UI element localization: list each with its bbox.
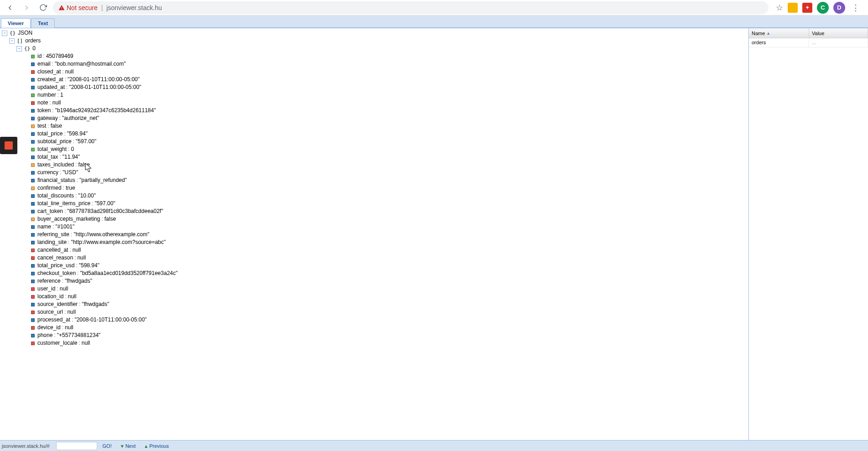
- property-row[interactable]: source_url:null: [0, 308, 748, 316]
- property-value: "2008-01-10T11:00:00-05:00": [68, 76, 140, 83]
- record-icon: [5, 141, 13, 150]
- property-row[interactable]: cancelled_at:null: [0, 246, 748, 254]
- type-bullet-icon: [31, 109, 35, 113]
- property-key: source_identifier: [37, 301, 78, 308]
- property-row[interactable]: confirmed:true: [0, 184, 748, 192]
- property-row[interactable]: cancel_reason:null: [0, 254, 748, 262]
- property-value: "http://www.example.com?source=abc": [71, 238, 166, 246]
- property-row[interactable]: total_price_usd:"598.94": [0, 262, 748, 270]
- property-row[interactable]: gateway:"authorize_net": [0, 114, 748, 122]
- property-row[interactable]: name:"#1001": [0, 223, 748, 231]
- browser-menu-button[interactable]: ⋮: [850, 3, 862, 13]
- property-value: "598.94": [67, 130, 88, 138]
- type-bullet-icon: [31, 156, 35, 159]
- profile-avatar-2[interactable]: C: [817, 2, 829, 14]
- type-bullet-icon: [31, 326, 35, 330]
- property-value: true: [66, 184, 75, 192]
- property-key: cancelled_at: [37, 246, 68, 254]
- property-row[interactable]: number:1: [0, 91, 748, 99]
- collapse-icon[interactable]: −: [9, 38, 15, 44]
- property-key: reference: [37, 277, 61, 285]
- grid-cell-name: orders: [749, 38, 809, 47]
- property-row[interactable]: updated_at:"2008-01-10T11:00:00-05:00": [0, 83, 748, 91]
- property-value: false: [51, 122, 62, 130]
- property-row[interactable]: referring_site:"http://www.otherexample.…: [0, 231, 748, 238]
- property-value: "USD": [63, 169, 78, 176]
- address-bar[interactable]: Not secure | jsonviewer.stack.hu: [53, 1, 769, 14]
- property-row[interactable]: total_price:"598.94": [0, 130, 748, 138]
- collapse-icon[interactable]: −: [2, 31, 7, 36]
- property-row[interactable]: buyer_accepts_marketing:false: [0, 215, 748, 223]
- tab-text[interactable]: Text: [31, 18, 55, 28]
- property-row[interactable]: test:false: [0, 122, 748, 130]
- property-row[interactable]: device_id:null: [0, 324, 748, 332]
- property-row[interactable]: reference:"fhwdgads": [0, 277, 748, 285]
- property-row[interactable]: financial_status:"partially_refunded": [0, 176, 748, 184]
- object-icon: {}: [24, 45, 30, 52]
- property-key: taxes_included: [37, 161, 74, 169]
- previous-button[interactable]: ▲Previous: [141, 442, 172, 450]
- property-row[interactable]: processed_at:"2008-01-10T11:00:00-05:00": [0, 316, 748, 324]
- extension-icon-1[interactable]: [788, 3, 798, 13]
- property-row[interactable]: total_line_items_price:"597.00": [0, 200, 748, 207]
- type-bullet-icon: [31, 218, 35, 221]
- property-value: "fhwdgads": [65, 277, 92, 285]
- property-key: landing_site: [37, 238, 67, 246]
- property-row[interactable]: total_weight:0: [0, 145, 748, 153]
- next-button[interactable]: ▼Next: [117, 442, 139, 450]
- tab-viewer[interactable]: Viewer: [1, 18, 31, 28]
- property-row[interactable]: subtotal_price:"597.00": [0, 138, 748, 145]
- type-bullet-icon: [31, 55, 35, 58]
- property-row[interactable]: checkout_token:"bd5a8aa1ecd019dd3520ff79…: [0, 270, 748, 277]
- property-row[interactable]: user_id:null: [0, 285, 748, 293]
- search-input[interactable]: [56, 442, 97, 450]
- properties-panel: Name▲ Value orders...: [748, 28, 868, 440]
- extension-icon-2[interactable]: ✦: [802, 3, 812, 13]
- type-bullet-icon: [31, 233, 35, 237]
- property-row[interactable]: taxes_included:false: [0, 161, 748, 169]
- forward-button[interactable]: [20, 1, 33, 14]
- property-row[interactable]: created_at:"2008-01-10T11:00:00-05:00": [0, 76, 748, 83]
- property-key: updated_at: [37, 83, 65, 91]
- property-row[interactable]: total_tax:"11.94": [0, 153, 748, 161]
- grid-row[interactable]: orders...: [749, 38, 868, 47]
- recording-indicator[interactable]: [0, 137, 17, 154]
- not-secure-label: Not secure: [67, 4, 98, 11]
- property-row[interactable]: location_id:null: [0, 293, 748, 301]
- property-key: cart_token: [37, 207, 63, 215]
- type-bullet-icon: [31, 280, 35, 283]
- property-key: total_price: [37, 130, 63, 138]
- property-row[interactable]: token:"b1946ac92492d2347c6235b4d2611184": [0, 107, 748, 114]
- go-button[interactable]: GO!: [100, 442, 115, 450]
- type-bullet-icon: [31, 225, 35, 229]
- property-row[interactable]: cart_token:"68778783ad298f1c80c3bafcddee…: [0, 207, 748, 215]
- property-row[interactable]: total_discounts:"10.00": [0, 192, 748, 200]
- property-row[interactable]: source_identifier:"fhwdgads": [0, 301, 748, 308]
- bookmark-star-icon[interactable]: ☆: [776, 3, 783, 13]
- property-row[interactable]: closed_at:null: [0, 68, 748, 76]
- json-tree-panel[interactable]: − {} JSON − [] orders − {} 0 id:45078946…: [0, 28, 748, 440]
- property-row[interactable]: phone:"+557734881234": [0, 332, 748, 339]
- column-value[interactable]: Value: [809, 28, 868, 38]
- type-bullet-icon: [31, 334, 35, 337]
- properties-body: orders...: [749, 38, 868, 440]
- url-separator: |: [101, 4, 103, 11]
- property-row[interactable]: customer_locale:null: [0, 339, 748, 347]
- back-button[interactable]: [4, 1, 16, 14]
- arrow-down-icon: ▼: [120, 444, 125, 449]
- reload-button[interactable]: [37, 1, 49, 14]
- property-row[interactable]: currency:"USD": [0, 169, 748, 176]
- property-row[interactable]: landing_site:"http://www.example.com?sou…: [0, 238, 748, 246]
- profile-avatar[interactable]: D: [833, 2, 845, 14]
- property-row[interactable]: id:450789469: [0, 52, 748, 60]
- property-key: closed_at: [37, 68, 61, 76]
- property-value: "+557734881234": [57, 332, 101, 339]
- index-label[interactable]: 0: [32, 45, 36, 52]
- property-row[interactable]: email:"bob.norman@hostmail.com": [0, 60, 748, 68]
- column-name[interactable]: Name▲: [749, 28, 809, 38]
- collapse-icon[interactable]: −: [16, 46, 22, 52]
- root-label[interactable]: JSON: [18, 29, 32, 37]
- orders-label[interactable]: orders: [25, 37, 41, 45]
- property-key: referring_site: [37, 231, 69, 238]
- property-row[interactable]: note:null: [0, 99, 748, 107]
